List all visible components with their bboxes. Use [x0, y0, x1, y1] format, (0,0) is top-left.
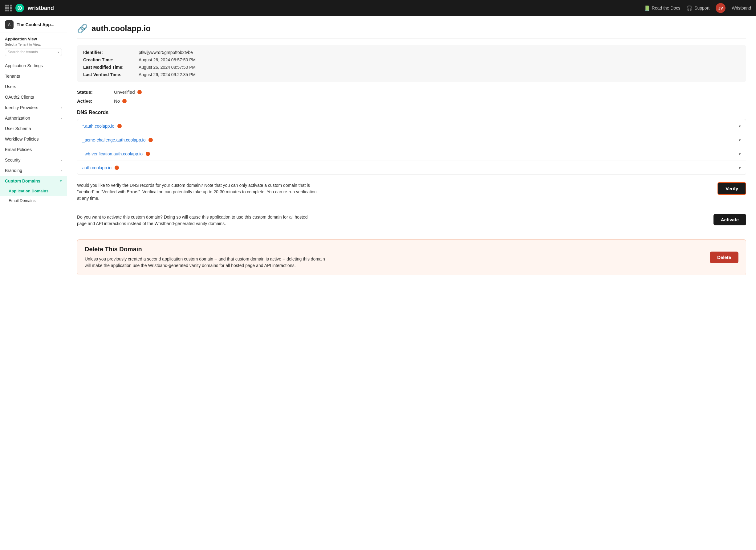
last-modified-row: Last Modified Time: August 26, 2024 08:5…	[83, 65, 740, 70]
active-text: No	[114, 98, 120, 104]
chevron-right-icon: ›	[61, 116, 62, 120]
nav-sub-label-email-domains: Email Domains	[9, 198, 35, 203]
support-link[interactable]: 🎧 Support	[686, 5, 709, 11]
dns-row-wildcard[interactable]: *.auth.coolapp.io ▾	[77, 119, 746, 133]
sidebar-item-tenants[interactable]: Tenants	[0, 71, 67, 81]
dns-status-dot	[115, 165, 119, 170]
book-icon: 📗	[644, 5, 650, 11]
status-section: Status: Unverified Active: No	[77, 89, 746, 104]
last-verified-value: August 26, 2024 09:22:35 PM	[139, 72, 196, 77]
docs-label: Read the Docs	[652, 6, 681, 10]
creation-time-value: August 26, 2024 08:57:50 PM	[139, 57, 196, 62]
app-view-label: Application View	[5, 37, 62, 41]
app-icon: A	[5, 20, 14, 29]
svg-point-1	[19, 7, 20, 9]
tenant-search[interactable]: Search for tenants... ▾	[5, 48, 62, 56]
dns-records-section: DNS Records *.auth.coolapp.io ▾ _acme-ch…	[77, 110, 746, 175]
delete-content: Delete This Domain Unless you previously…	[85, 246, 325, 269]
nav-label-security: Security	[5, 157, 21, 162]
dns-row-left: auth.coolapp.io	[82, 165, 119, 170]
tenant-search-placeholder: Search for tenants...	[8, 50, 56, 54]
link-icon: 🔗	[77, 23, 88, 34]
chevron-right-icon: ›	[61, 106, 62, 109]
dns-row-left: _wb-verification.auth.coolapp.io	[82, 151, 150, 156]
sidebar-item-custom-domains[interactable]: Custom Domains ▾	[0, 176, 67, 186]
chevron-right-icon: ›	[61, 169, 62, 172]
nav-label-workflow-policies: Workflow Policies	[5, 136, 39, 141]
dns-title: DNS Records	[77, 110, 746, 115]
grid-icon[interactable]	[5, 5, 12, 11]
dns-name-main: auth.coolapp.io	[82, 165, 112, 170]
sidebar-item-branding[interactable]: Branding ›	[0, 165, 67, 176]
nav-label-user-schema: User Schema	[5, 126, 31, 131]
sidebar-item-authorization[interactable]: Authorization ›	[0, 113, 67, 123]
sidebar-item-oauth2-clients[interactable]: OAuth2 Clients	[0, 92, 67, 102]
sidebar-item-identity-providers[interactable]: Identity Providers ›	[0, 102, 67, 113]
dns-row-left: _acme-challenge.auth.coolapp.io	[82, 137, 153, 142]
dns-row-left: *.auth.coolapp.io	[82, 124, 122, 128]
activate-button[interactable]: Activate	[713, 214, 746, 225]
dns-table: *.auth.coolapp.io ▾ _acme-challenge.auth…	[77, 119, 746, 175]
dns-row-wb-verification[interactable]: _wb-verification.auth.coolapp.io ▾	[77, 147, 746, 161]
navbar-right: 📗 Read the Docs 🎧 Support JV Wristband	[644, 3, 751, 13]
identifier-value: ptlwljywwrdr5gmp5ftob2tvbe	[139, 50, 193, 55]
last-verified-label: Last Verified Time:	[83, 72, 139, 77]
sidebar: A The Coolest App... Application View Se…	[0, 16, 67, 550]
nav-label-oauth2: OAuth2 Clients	[5, 95, 34, 100]
dns-name-wildcard: *.auth.coolapp.io	[82, 124, 114, 128]
verify-button[interactable]: Verify	[717, 182, 746, 195]
status-label: Status:	[77, 89, 114, 95]
chevron-down-icon: ▾	[739, 124, 741, 128]
sidebar-item-email-policies[interactable]: Email Policies	[0, 144, 67, 155]
last-verified-row: Last Verified Time: August 26, 2024 09:2…	[83, 72, 740, 77]
nav-label-authorization: Authorization	[5, 116, 30, 120]
user-name: Wristband	[732, 6, 751, 10]
dns-status-dot	[148, 138, 153, 142]
sidebar-item-user-schema[interactable]: User Schema	[0, 123, 67, 134]
status-value: Unverified	[114, 89, 142, 95]
delete-section: Delete This Domain Unless you previously…	[77, 239, 746, 275]
user-avatar[interactable]: JV	[716, 3, 726, 13]
navbar-brand: wristband	[28, 5, 54, 11]
sidebar-sub-email-domains[interactable]: Email Domains	[0, 196, 67, 205]
info-card: Identifier: ptlwljywwrdr5gmp5ftob2tvbe C…	[77, 45, 746, 82]
sidebar-item-users[interactable]: Users	[0, 81, 67, 92]
sidebar-sub-application-domains[interactable]: Application Domains	[0, 186, 67, 196]
dns-row-main[interactable]: auth.coolapp.io ▾	[77, 161, 746, 174]
sidebar-item-security[interactable]: Security ›	[0, 155, 67, 165]
sidebar-section: Application View Select a Tenant to View…	[0, 32, 67, 58]
activate-action-section: Do you want to activate this custom doma…	[77, 214, 746, 233]
dns-row-acme[interactable]: _acme-challenge.auth.coolapp.io ▾	[77, 133, 746, 147]
page-header: 🔗 auth.coolapp.io	[77, 23, 746, 39]
dns-name-acme: _acme-challenge.auth.coolapp.io	[82, 137, 145, 142]
sidebar-item-app-settings[interactable]: Application Settings	[0, 60, 67, 71]
read-the-docs-link[interactable]: 📗 Read the Docs	[644, 5, 681, 11]
headset-icon: 🎧	[686, 5, 693, 11]
creation-time-label: Creation Time:	[83, 57, 139, 62]
delete-title: Delete This Domain	[85, 246, 325, 253]
main-content: 🔗 auth.coolapp.io Identifier: ptlwljywwr…	[67, 16, 756, 550]
delete-button[interactable]: Delete	[710, 251, 738, 263]
chevron-down-icon: ▾	[739, 152, 741, 156]
page-title: auth.coolapp.io	[91, 24, 151, 33]
tenant-label: Select a Tenant to View:	[5, 43, 62, 46]
nav-label-users: Users	[5, 84, 16, 89]
chevron-down-icon: ▾	[739, 138, 741, 142]
active-label: Active:	[77, 98, 114, 104]
logo-icon	[15, 4, 24, 12]
support-label: Support	[694, 6, 709, 10]
nav-label-branding: Branding	[5, 168, 22, 173]
nav-label-app-settings: Application Settings	[5, 63, 43, 68]
identifier-label: Identifier:	[83, 50, 139, 55]
status-text: Unverified	[114, 89, 135, 95]
verify-action-section: Would you like to verify the DNS records…	[77, 182, 746, 208]
sidebar-item-workflow-policies[interactable]: Workflow Policies	[0, 134, 67, 144]
navbar: wristband 📗 Read the Docs 🎧 Support JV W…	[0, 0, 756, 16]
status-row: Status: Unverified	[77, 89, 746, 95]
chevron-down-icon: ▾	[60, 179, 62, 183]
nav-sub-label-application-domains: Application Domains	[9, 189, 48, 193]
status-indicator	[137, 90, 142, 94]
active-value: No	[114, 98, 127, 104]
nav-label-email-policies: Email Policies	[5, 147, 32, 152]
chevron-right-icon: ›	[61, 158, 62, 162]
